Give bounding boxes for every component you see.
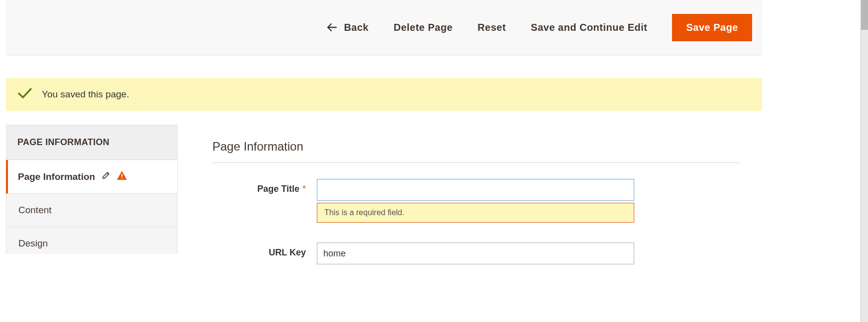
action-toolbar: Back Delete Page Reset Save and Continue… — [6, 0, 762, 56]
save-continue-button[interactable]: Save and Continue Edit — [531, 22, 647, 33]
url-key-input[interactable] — [317, 242, 634, 264]
back-button[interactable]: Back — [327, 21, 369, 34]
main-panel: Page Information Page Title* This is a r… — [178, 125, 762, 284]
side-tabs-header: PAGE INFORMATION — [6, 125, 178, 160]
success-message: You saved this page. — [6, 78, 762, 111]
url-key-label: URL Key — [212, 242, 317, 258]
warning-icon — [117, 171, 127, 182]
success-message-text: You saved this page. — [42, 89, 129, 100]
arrow-left-icon — [327, 21, 337, 34]
page-title-input[interactable] — [317, 179, 634, 201]
check-icon — [18, 88, 32, 101]
section-title: Page Information — [212, 140, 740, 163]
tab-label: Design — [18, 238, 48, 249]
tab-label: Content — [18, 205, 52, 216]
field-page-title: Page Title* This is a required field. — [212, 179, 762, 223]
tab-design[interactable]: Design — [6, 227, 178, 254]
content-area: PAGE INFORMATION Page Information Conten… — [6, 125, 762, 284]
scrollbar[interactable] — [861, 0, 868, 284]
side-tabs: PAGE INFORMATION Page Information Conten… — [6, 125, 178, 284]
label-text: URL Key — [269, 247, 306, 257]
delete-page-button[interactable]: Delete Page — [393, 22, 453, 33]
reset-button[interactable]: Reset — [478, 22, 506, 33]
required-asterisk: * — [302, 184, 306, 194]
page-title-label: Page Title* — [212, 179, 317, 194]
pencil-icon — [102, 171, 110, 182]
svg-rect-1 — [121, 178, 122, 179]
tab-content[interactable]: Content — [6, 194, 178, 227]
tab-page-information[interactable]: Page Information — [6, 160, 178, 194]
svg-rect-0 — [121, 174, 122, 177]
label-text: Page Title — [257, 184, 299, 194]
save-page-button[interactable]: Save Page — [672, 14, 752, 41]
tab-label: Page Information — [18, 171, 95, 182]
back-label: Back — [344, 22, 369, 33]
field-url-key: URL Key — [212, 242, 762, 264]
page-title-error: This is a required field. — [317, 203, 634, 223]
